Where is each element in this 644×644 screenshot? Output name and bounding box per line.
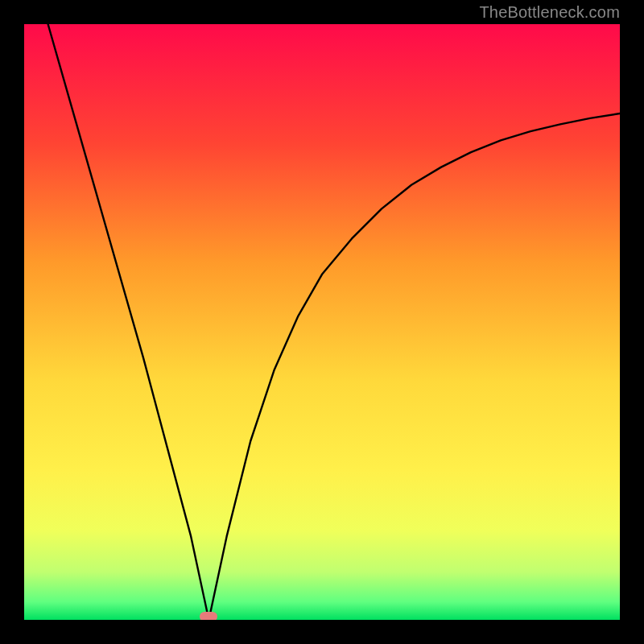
- plot-area: [24, 24, 620, 620]
- chart-frame: TheBottleneck.com: [0, 0, 644, 644]
- watermark-text: TheBottleneck.com: [479, 3, 620, 22]
- optimum-marker: [200, 612, 217, 620]
- bottleneck-curve: [24, 24, 620, 620]
